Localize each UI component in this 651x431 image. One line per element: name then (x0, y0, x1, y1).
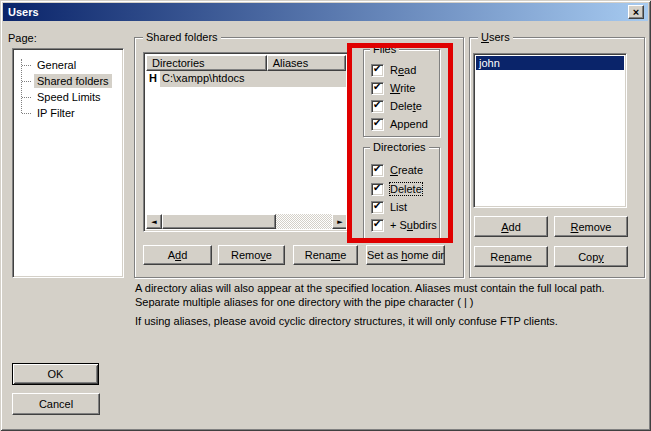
check-icon: ✔ (373, 81, 381, 92)
check-icon: ✔ (373, 218, 381, 229)
files-append-option[interactable]: ✔ Append (371, 117, 428, 131)
scroll-left-button[interactable]: ◄ (146, 214, 162, 229)
close-icon: × (633, 7, 639, 17)
tree-item-label[interactable]: Speed Limits (34, 90, 104, 104)
scroll-right-button[interactable]: ► (332, 214, 346, 229)
ok-button[interactable]: OK (12, 363, 99, 385)
check-icon: ✔ (373, 182, 381, 193)
create-label: Create (390, 164, 423, 176)
scroll-left-icon: ◄ (151, 218, 156, 226)
tree-branch-line (22, 97, 31, 98)
user-copy-button[interactable]: Copy (554, 246, 628, 267)
append-label: Append (390, 118, 428, 130)
home-dir-marker: H (146, 71, 160, 87)
write-label: Write (390, 82, 415, 94)
create-checkbox[interactable]: ✔ (371, 164, 384, 177)
title-bar[interactable]: Users (3, 3, 648, 21)
files-read-option[interactable]: ✔ Read (371, 63, 416, 77)
delete-checkbox[interactable]: ✔ (371, 100, 384, 113)
tree-item-general[interactable]: General (15, 57, 121, 73)
dir-delete-checkbox[interactable]: ✔ (371, 183, 384, 196)
users-dialog: Users × Page: General Shared folders Spe… (0, 0, 651, 431)
dirs-list-option[interactable]: ✔ List (371, 200, 407, 214)
files-permissions-group: Files ✔ Read ✔ Write ✔ Delete ✔ Append (363, 49, 440, 137)
user-add-button[interactable]: Add (474, 216, 548, 237)
dir-delete-label: Delete (390, 183, 422, 195)
directories-permissions-group: Directories ✔ Create ✔ Delete ✔ List ✔ +… (363, 147, 440, 240)
alias-note-text: A directory alias will also appear at th… (135, 281, 650, 309)
subdirs-checkbox[interactable]: ✔ (371, 219, 384, 232)
subdirs-label: + Subdirs (390, 219, 437, 231)
directories-group-label: Directories (370, 141, 429, 153)
check-icon: ✔ (373, 117, 381, 128)
tree-item-ip-filter[interactable]: IP Filter (15, 105, 121, 121)
check-icon: ✔ (373, 99, 381, 110)
scrollbar-thumb[interactable] (162, 214, 276, 229)
append-checkbox[interactable]: ✔ (371, 118, 384, 131)
folder-remove-button[interactable]: Remove (218, 245, 285, 265)
users-group-label: Users (478, 31, 513, 43)
dirs-delete-option[interactable]: ✔ Delete (371, 182, 422, 196)
list-label: List (390, 201, 407, 213)
check-icon: ✔ (373, 163, 381, 174)
column-header-directories[interactable]: Directories (146, 55, 267, 71)
write-checkbox[interactable]: ✔ (371, 82, 384, 95)
read-checkbox[interactable]: ✔ (371, 64, 384, 77)
horizontal-scrollbar[interactable]: ◄ ► (146, 214, 346, 229)
close-button[interactable]: × (628, 5, 644, 19)
tree-item-speed-limits[interactable]: Speed Limits (15, 89, 121, 105)
dirs-create-option[interactable]: ✔ Create (371, 163, 423, 177)
files-write-option[interactable]: ✔ Write (371, 81, 415, 95)
tree-branch-line (22, 81, 31, 82)
user-remove-button[interactable]: Remove (554, 216, 628, 237)
directory-path: C:\xampp\htdocs (162, 72, 245, 84)
check-icon: ✔ (373, 63, 381, 74)
tree-branch-line (22, 65, 31, 66)
set-as-home-dir-button[interactable]: Set as home dir (366, 245, 445, 265)
tree-item-label[interactable]: General (34, 58, 79, 72)
read-label: Read (390, 64, 416, 76)
tree-item-shared-folders[interactable]: Shared folders (15, 73, 121, 89)
page-tree[interactable]: General Shared folders Speed Limits IP F… (12, 48, 124, 278)
users-listbox[interactable]: john (473, 53, 627, 208)
user-rename-button[interactable]: Rename (474, 246, 548, 267)
tree-item-label[interactable]: Shared folders (34, 74, 112, 88)
tree-branch-line (22, 113, 31, 114)
listview-header: Directories Aliases (146, 55, 346, 71)
tree-item-label[interactable]: IP Filter (34, 106, 78, 120)
delete-label: Delete (390, 100, 422, 112)
check-icon: ✔ (373, 200, 381, 211)
column-header-aliases[interactable]: Aliases (267, 55, 346, 71)
page-label: Page: (8, 32, 37, 44)
scroll-right-icon: ► (337, 218, 342, 226)
folder-add-button[interactable]: Add (143, 245, 212, 265)
user-item-john[interactable]: john (476, 56, 624, 70)
cancel-button[interactable]: Cancel (12, 393, 100, 415)
files-group-label: Files (370, 43, 399, 55)
dialog-title: Users (8, 6, 39, 18)
directory-row[interactable]: H C:\xampp\htdocs (146, 71, 346, 87)
shared-folders-listview[interactable]: Directories Aliases H C:\xampp\htdocs ◄ … (143, 52, 349, 232)
list-checkbox[interactable]: ✔ (371, 201, 384, 214)
dirs-subdirs-option[interactable]: ✔ + Subdirs (371, 218, 437, 232)
shared-folders-group-label: Shared folders (143, 31, 221, 43)
files-delete-option[interactable]: ✔ Delete (371, 99, 422, 113)
cyclic-note-text: If using aliases, please avoid cyclic di… (135, 314, 650, 328)
folder-rename-button[interactable]: Rename (293, 245, 358, 265)
